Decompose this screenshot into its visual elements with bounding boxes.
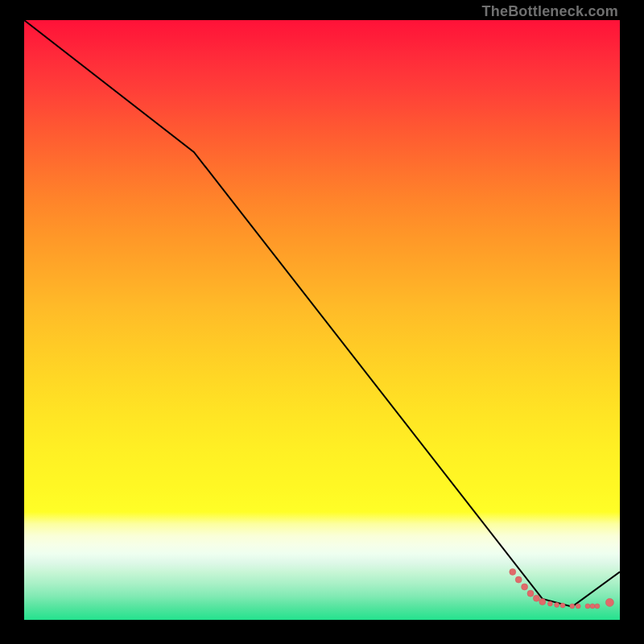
watermark-text: TheBottleneck.com [482,3,618,20]
chart-stage: TheBottleneck.com [0,0,644,644]
chart-plot-area [24,20,620,620]
